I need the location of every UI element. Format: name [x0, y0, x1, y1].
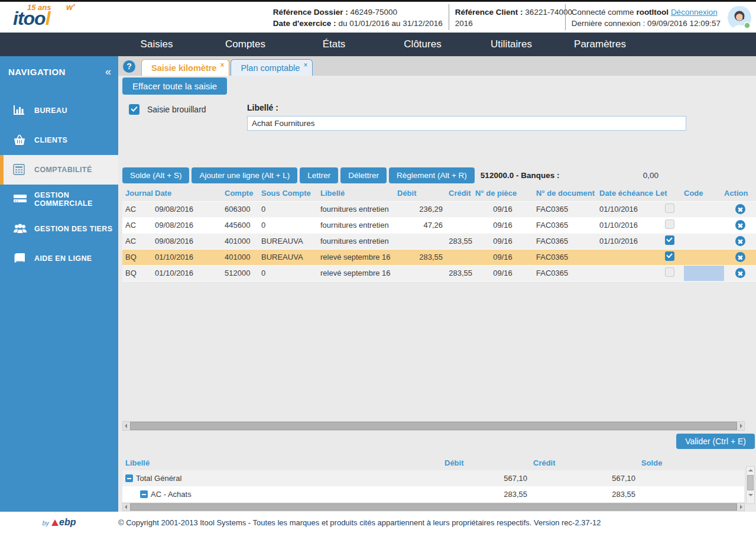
total-general-row: Total Général 567,10 567,10 [122, 470, 744, 486]
sidebar-item-label: GESTION DES TIERS [34, 225, 113, 233]
by-label: by [42, 519, 49, 526]
menu-etats[interactable]: États [290, 38, 378, 50]
cell-date: 09/08/2016 [152, 217, 222, 233]
menu-comptes[interactable]: Comptes [201, 38, 290, 50]
cell-sous-compte: BUREAUVA [258, 249, 317, 265]
collapse-node-icon[interactable] [140, 490, 148, 498]
connected-user: rootItool [636, 8, 669, 17]
col-action: Action [724, 185, 756, 201]
dossier-label: Référence Dossier : [273, 8, 348, 17]
delete-row-icon[interactable] [735, 220, 745, 230]
main-menubar: Saisies Comptes États Clôtures Utilitair… [0, 33, 756, 56]
cell-debit [394, 265, 446, 281]
cell-sous-compte: 0 [258, 265, 317, 281]
scrollbar-thumb[interactable] [130, 503, 737, 511]
cell-compte: 512000 [222, 265, 258, 281]
cell-piece: 09/16 [475, 217, 530, 233]
cell-echeance: 01/10/2016 [596, 217, 656, 233]
sidebar-item-clients[interactable]: CLIENTS [0, 125, 118, 155]
scroll-right-icon[interactable] [738, 422, 744, 430]
reglement-button[interactable]: Règlement (Alt + R) [389, 167, 475, 183]
grid-row[interactable]: BQ01/10/20165120000relevé septembre 1628… [122, 265, 756, 281]
col-piece: N° de pièce [475, 185, 530, 201]
let-checkbox[interactable] [665, 235, 674, 245]
scrollbar-thumb[interactable] [130, 422, 737, 430]
menu-clotures[interactable]: Clôtures [378, 38, 467, 50]
brouillard-checkbox[interactable] [129, 104, 139, 115]
journal-solde [638, 486, 744, 502]
cell-piece: 09/16 [475, 265, 530, 281]
grid-row[interactable]: AC09/08/20164456000fournitures entretien… [122, 217, 756, 233]
menu-parametres[interactable]: Paramètres [556, 38, 644, 50]
cell-debit: 283,55 [394, 249, 446, 265]
close-tab-icon[interactable]: × [303, 61, 307, 69]
col-echeance: Date échéance [596, 185, 656, 201]
grid-row[interactable]: AC09/08/20166063000fournitures entretien… [122, 201, 756, 217]
sidebar-item-comptabilite[interactable]: COMPTABILITÉ [0, 155, 118, 185]
last-connection: Dernière connexion : 09/09/2016 12:09:57 [572, 18, 721, 29]
scrollbar-thumb[interactable] [747, 475, 754, 490]
tab-plan-comptable[interactable]: Plan comptable × [231, 59, 313, 76]
let-checkbox[interactable] [665, 251, 674, 261]
cell-compte: 445600 [222, 217, 258, 233]
sidebar-item-bureau[interactable]: BUREAU [0, 96, 118, 125]
cell-code[interactable] [684, 265, 724, 281]
delettrer-button[interactable]: Délettrer [340, 167, 387, 183]
exercice-label: Date d'exercice : [273, 19, 336, 28]
cell-date: 01/10/2016 [152, 265, 222, 281]
cell-sous-compte: 0 [258, 201, 317, 217]
cell-sous-compte: 0 [258, 217, 317, 233]
solde-button[interactable]: Solde (Alt + S) [122, 167, 189, 183]
close-tab-icon[interactable]: × [220, 61, 224, 69]
sidebar-item-aide-en-ligne[interactable]: AIDE EN LIGNE [0, 244, 118, 273]
sidebar-item-label: AIDE EN LIGNE [34, 254, 92, 263]
cell-code[interactable] [684, 217, 724, 233]
tab-label: Plan comptable [241, 63, 300, 73]
cell-code[interactable] [684, 233, 724, 249]
total-solde [638, 470, 744, 486]
delete-row-icon[interactable] [735, 268, 745, 278]
delete-row-icon[interactable] [735, 236, 745, 246]
clear-all-button[interactable]: Effacer toute la saisie [122, 77, 227, 95]
cell-code[interactable] [684, 201, 724, 217]
cell-echeance [596, 249, 656, 265]
copyright-text: © Copyright 2001-2013 Itool Systems - To… [118, 518, 601, 527]
tab-saisie-kilometre[interactable]: Saisie kilomètre × [141, 59, 229, 76]
top-header: 15 ans w′ itool Référence Dossier : 4624… [0, 0, 756, 33]
journal-credit: 283,55 [530, 486, 638, 502]
menu-saisies[interactable]: Saisies [112, 38, 201, 50]
menu-utilitaires[interactable]: Utilitaires [467, 38, 556, 50]
scroll-left-icon[interactable] [123, 503, 129, 511]
collapse-sidebar-icon[interactable]: « [105, 66, 111, 78]
cell-date: 09/08/2016 [152, 201, 222, 217]
scroll-down-icon[interactable] [747, 492, 754, 499]
page-footer: byebp © Copyright 2001-2013 Itool System… [0, 512, 756, 533]
libelle-input[interactable] [247, 116, 686, 131]
let-checkbox[interactable] [665, 203, 674, 213]
sidebar-item-gestion-des-tiers[interactable]: GESTION DES TIERS [0, 214, 118, 244]
scroll-up-icon[interactable] [747, 467, 754, 474]
validate-button[interactable]: Valider (Ctrl + E) [676, 434, 755, 449]
ebp-brand: ebp [59, 517, 76, 527]
grid-row[interactable]: AC09/08/2016401000BUREAUVAfournitures en… [122, 233, 756, 249]
scroll-left-icon[interactable] [123, 422, 129, 430]
let-checkbox[interactable] [665, 219, 674, 229]
let-checkbox[interactable] [665, 267, 674, 277]
sidebar-item-gestion-commerciale[interactable]: GESTION COMMERCIALE [0, 185, 118, 214]
sidebar-title: NAVIGATION [8, 67, 66, 77]
scroll-right-icon[interactable] [738, 503, 744, 511]
cell-sous-compte: BUREAUVA [258, 233, 317, 249]
collapse-node-icon[interactable] [125, 474, 133, 482]
col-debit: Débit [394, 185, 446, 201]
cell-code[interactable] [684, 249, 724, 265]
logout-link[interactable]: Déconnexion [671, 8, 718, 17]
help-icon[interactable]: ? [123, 60, 135, 73]
col-compte: Compte [222, 185, 258, 201]
user-avatar[interactable] [728, 6, 751, 30]
delete-row-icon[interactable] [735, 204, 745, 214]
delete-row-icon[interactable] [735, 252, 745, 262]
add-line-button[interactable]: Ajouter une ligne (Alt + L) [192, 167, 297, 183]
grid-row[interactable]: BQ01/10/2016401000BUREAUVArelevé septemb… [122, 249, 756, 265]
lettrer-button[interactable]: Lettrer [300, 167, 338, 183]
sidebar-item-label: BUREAU [34, 106, 67, 115]
